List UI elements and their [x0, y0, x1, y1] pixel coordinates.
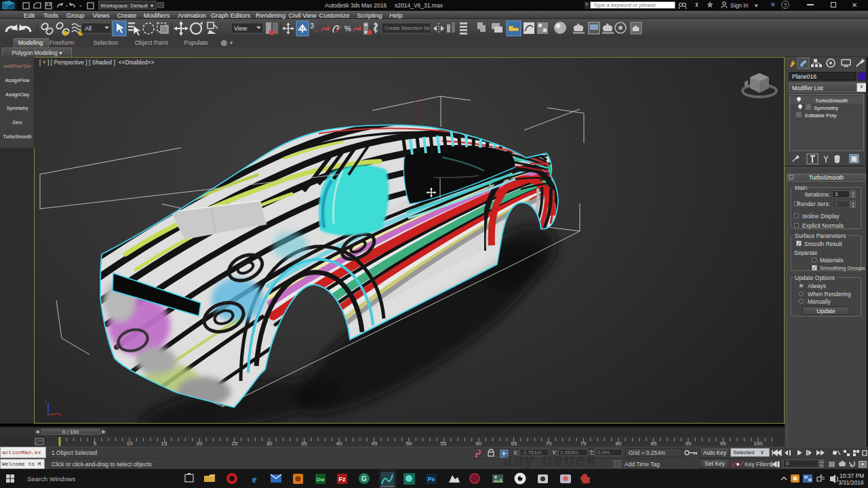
svg-text:100: 100	[753, 441, 763, 447]
svg-text:TurboSmooth: TurboSmooth	[815, 98, 848, 104]
svg-text:5: 5	[94, 441, 97, 447]
svg-text:10: 10	[127, 441, 133, 447]
svg-text:3: 3	[310, 22, 314, 30]
svg-text:e: e	[252, 474, 257, 485]
svg-text:Search Windows: Search Windows	[27, 475, 76, 483]
svg-text:40: 40	[336, 441, 342, 447]
svg-text:15: 15	[161, 441, 167, 447]
svg-text:Fz: Fz	[339, 476, 346, 483]
svg-text:70: 70	[546, 441, 552, 447]
svg-text:n: n	[315, 28, 317, 34]
svg-text:65: 65	[511, 441, 517, 447]
svg-text:Symmetry: Symmetry	[814, 105, 838, 111]
svg-text:80: 80	[616, 441, 622, 447]
svg-text:95: 95	[720, 441, 726, 447]
svg-text:3/31/2016: 3/31/2016	[838, 479, 864, 486]
svg-text:Editable Poly: Editable Poly	[805, 113, 837, 119]
svg-text:35: 35	[301, 441, 307, 447]
svg-text:z: z	[45, 398, 47, 403]
svg-text:50: 50	[406, 441, 412, 447]
svg-text:20: 20	[197, 441, 203, 447]
svg-text:60: 60	[476, 441, 482, 447]
svg-text:75: 75	[580, 441, 587, 447]
svg-text:45: 45	[372, 441, 378, 447]
svg-text:View: View	[234, 25, 248, 32]
svg-text:90: 90	[686, 441, 692, 447]
svg-text:All: All	[85, 25, 92, 32]
svg-text:G: G	[361, 475, 367, 483]
svg-text:85: 85	[651, 441, 657, 447]
svg-text:25: 25	[232, 441, 238, 447]
svg-text:%: %	[344, 24, 351, 33]
svg-text:Ps: Ps	[428, 476, 435, 483]
svg-text:55: 55	[441, 441, 447, 447]
svg-text:30: 30	[267, 441, 273, 447]
svg-text:Create Selection Se: Create Selection Se	[384, 25, 430, 31]
svg-text:10:37 PM: 10:37 PM	[840, 472, 864, 479]
svg-text:Dw: Dw	[317, 476, 326, 483]
